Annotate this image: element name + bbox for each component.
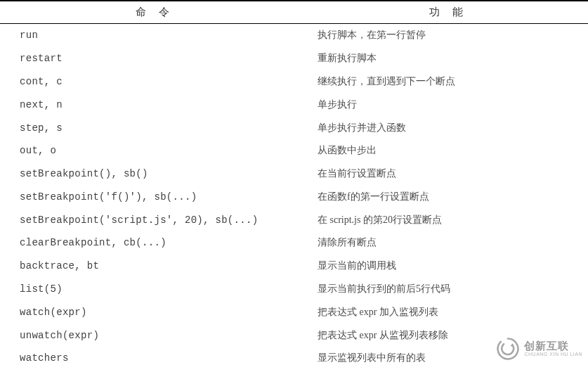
table-row: cont, c继续执行，直到遇到下一个断点	[0, 70, 588, 94]
function-cell: 继续执行，直到遇到下一个断点	[318, 70, 588, 94]
command-cell: step, s	[0, 116, 318, 139]
table-row: clearBreakpoint, cb(...)清除所有断点	[0, 231, 588, 255]
header-row: 命令 功能	[0, 1, 588, 24]
command-cell: unwatch(expr)	[0, 324, 318, 347]
table-row: watch(expr)把表达式 expr 加入监视列表	[0, 300, 588, 324]
command-cell: run	[0, 24, 318, 47]
command-cell: watchers	[0, 347, 318, 365]
function-cell: 从函数中步出	[318, 139, 588, 162]
command-cell: clearBreakpoint, cb(...)	[0, 231, 318, 255]
brand-pinyin: CHUANG XIN HU LIAN	[524, 352, 582, 357]
table-row: step, s单步执行并进入函数	[0, 116, 588, 139]
command-cell: list(5)	[0, 278, 318, 301]
command-cell: setBreakpoint(), sb()	[0, 162, 318, 186]
watermark: 创新互联 CHUANG XIN HU LIAN	[496, 337, 582, 361]
brand-text: 创新互联 CHUANG XIN HU LIAN	[524, 340, 582, 357]
table-row: setBreakpoint('f()'), sb(...)在函数f的第一行设置断…	[0, 185, 588, 208]
table-row: out, o从函数中步出	[0, 139, 588, 162]
function-cell: 单步执行并进入函数	[318, 116, 588, 139]
function-cell: 显示当前执行到的前后5行代码	[318, 278, 588, 301]
brand-name: 创新互联	[524, 340, 582, 352]
command-cell: watch(expr)	[0, 300, 318, 324]
function-cell: 在函数f的第一行设置断点	[318, 185, 588, 208]
command-cell: out, o	[0, 139, 318, 162]
function-cell: 清除所有断点	[318, 231, 588, 255]
table-row: list(5)显示当前执行到的前后5行代码	[0, 278, 588, 301]
command-cell: restart	[0, 47, 318, 70]
command-cell: cont, c	[0, 70, 318, 94]
brand-logo-icon	[496, 337, 520, 361]
function-cell: 在当前行设置断点	[318, 162, 588, 186]
function-cell: 执行脚本，在第一行暂停	[318, 24, 588, 47]
command-table: 命令 功能 run执行脚本，在第一行暂停restart重新执行脚本cont, c…	[0, 0, 588, 365]
table-row: restart重新执行脚本	[0, 47, 588, 70]
function-cell: 单步执行	[318, 93, 588, 116]
function-cell: 显示当前的调用栈	[318, 255, 588, 278]
table-row: run执行脚本，在第一行暂停	[0, 24, 588, 47]
function-cell: 重新执行脚本	[318, 47, 588, 70]
table-row: next, n单步执行	[0, 93, 588, 116]
table-row: backtrace, bt显示当前的调用栈	[0, 255, 588, 278]
command-cell: setBreakpoint('script.js', 20), sb(...)	[0, 208, 318, 231]
function-cell: 把表达式 expr 加入监视列表	[318, 300, 588, 324]
function-cell: 在 script.js 的第20行设置断点	[318, 208, 588, 231]
command-cell: backtrace, bt	[0, 255, 318, 278]
table-body: run执行脚本，在第一行暂停restart重新执行脚本cont, c继续执行，直…	[0, 24, 588, 366]
header-command: 命令	[0, 1, 318, 24]
header-function: 功能	[318, 1, 588, 24]
command-cell: next, n	[0, 93, 318, 116]
table-row: setBreakpoint(), sb()在当前行设置断点	[0, 162, 588, 186]
table-row: setBreakpoint('script.js', 20), sb(...)在…	[0, 208, 588, 231]
command-cell: setBreakpoint('f()'), sb(...)	[0, 185, 318, 208]
